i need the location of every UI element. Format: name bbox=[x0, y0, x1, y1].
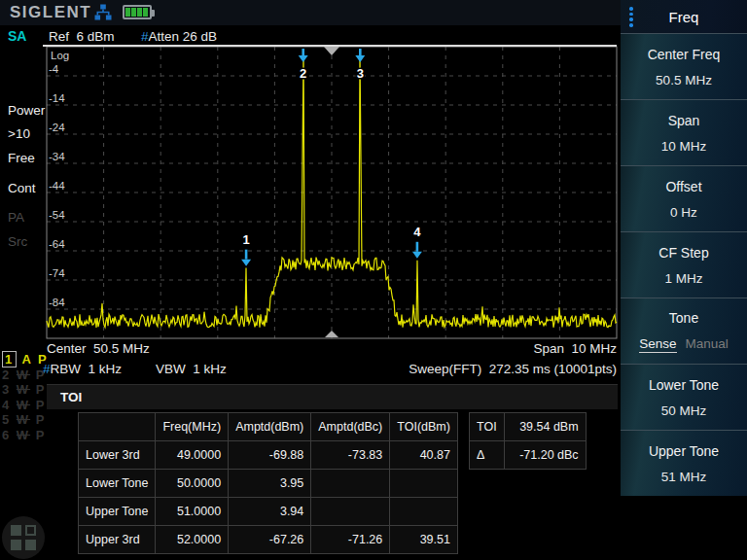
trace-row-2[interactable]: 2 W P bbox=[2, 368, 49, 383]
menu-button-tone[interactable]: Tone Sense Manual bbox=[621, 298, 747, 364]
menu-button-offset[interactable]: Offset 0 Hz bbox=[621, 165, 747, 231]
toi-panel-titlebar: TOI bbox=[47, 384, 618, 409]
delta-summary-row: Δ -71.20 dBc bbox=[470, 441, 587, 470]
rbw-readout: #RBW 1 kHz bbox=[43, 362, 122, 376]
span-readout: Span 10 MHz bbox=[533, 341, 617, 356]
menu-button-cf-step[interactable]: CF Step 1 MHz bbox=[621, 231, 747, 298]
home-button[interactable] bbox=[2, 516, 45, 559]
trace-row-5[interactable]: 5 W P bbox=[2, 412, 49, 428]
spectrum-display-touch-area[interactable] bbox=[47, 47, 617, 338]
toi-row-lower-3rd: Lower 3rd 49.0000 -69.88 -73.83 40.87 bbox=[79, 441, 458, 470]
toi-results-table: Freq(MHz) Amptd(dBm) Amptd(dBc) TOI(dBm)… bbox=[78, 412, 458, 554]
toi-panel-title: TOI bbox=[60, 390, 82, 404]
menu-button-span[interactable]: Span 10 MHz bbox=[621, 99, 747, 165]
menu-title: Freq bbox=[669, 9, 699, 25]
toi-row-upper-3rd: Upper 3rd 52.0000 -67.26 -71.26 39.51 bbox=[79, 526, 458, 554]
spectrum-analyzer-screen: SIGLENT SA Ref 6 dBm #Atten 26 dB Power … bbox=[0, 0, 747, 560]
toi-table-header-row: Freq(MHz) Amptd(dBm) Amptd(dBc) TOI(dBm) bbox=[79, 413, 458, 441]
toi-row-upper-tone: Upper Tone 51.0000 3.94 bbox=[79, 498, 458, 526]
trace-legend: 1 A P 2 W P 3 W P 4 W P 5 W P 6 W P bbox=[2, 352, 49, 442]
trace-row-1[interactable]: 1 A P bbox=[2, 352, 49, 368]
app-grid-icon bbox=[11, 525, 36, 550]
tone-option-sense[interactable]: Sense bbox=[639, 336, 676, 353]
trace-row-3[interactable]: 3 W P bbox=[2, 382, 49, 398]
frequency-status-row: Center 50.5 MHz Span 10 MHz bbox=[47, 341, 617, 356]
soft-menu-panel: Freq Center Freq 50.5 MHz Span 10 MHz Of… bbox=[621, 0, 747, 560]
toi-summary-table: TOI 39.54 dBm Δ -71.20 dBc bbox=[469, 412, 587, 470]
tone-option-manual[interactable]: Manual bbox=[686, 336, 729, 353]
menu-header[interactable]: Freq bbox=[621, 0, 747, 33]
menu-button-lower-tone[interactable]: Lower Tone 50 MHz bbox=[621, 364, 747, 430]
trace-row-6[interactable]: 6 W P bbox=[2, 428, 49, 443]
center-freq-readout: Center 50.5 MHz bbox=[47, 341, 150, 356]
menu-button-center-freq[interactable]: Center Freq 50.5 MHz bbox=[621, 33, 747, 99]
bandwidth-status-row: #RBW 1 kHz VBW 1 kHz Sweep(FFT) 272.35 m… bbox=[43, 362, 617, 376]
menu-kebab-icon[interactable] bbox=[629, 7, 633, 29]
sweep-readout: Sweep(FFT) 272.35 ms (10001pts) bbox=[409, 362, 617, 376]
toi-row-lower-tone: Lower Tone 50.0000 3.95 bbox=[79, 470, 458, 498]
vbw-readout: VBW 1 kHz bbox=[156, 362, 227, 376]
menu-button-upper-tone[interactable]: Upper Tone 51 MHz bbox=[621, 430, 747, 496]
toi-summary-row: TOI 39.54 dBm bbox=[470, 413, 587, 441]
trace-row-4[interactable]: 4 W P bbox=[2, 398, 49, 413]
